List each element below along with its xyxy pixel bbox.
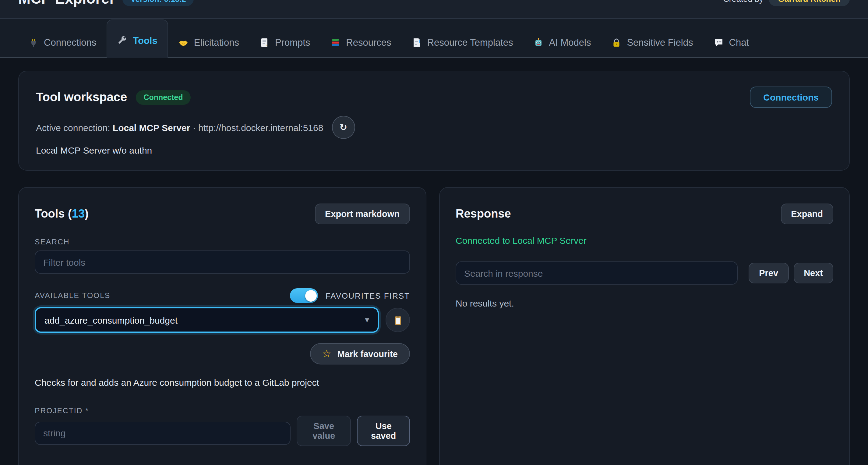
save-value-button[interactable]: Save value [297, 416, 351, 446]
tab-label: Chat [729, 37, 749, 48]
created-by-label: Created by [723, 0, 763, 3]
search-label: SEARCH [35, 238, 410, 246]
response-panel: Response Expand Connected to Local MCP S… [439, 187, 850, 465]
tab-connections[interactable]: Connections [18, 27, 106, 58]
tab-label: Resources [346, 37, 391, 48]
empty-results-text: No results yet. [456, 298, 833, 309]
tab-label: Resource Templates [427, 37, 513, 48]
copy-tool-button[interactable] [385, 308, 410, 332]
tool-description: Checks for and adds an Azure consumption… [35, 377, 410, 387]
count-paren-close: ) [85, 207, 89, 220]
plug-icon [29, 38, 38, 48]
wrench-icon [118, 36, 127, 46]
selected-tool-name: add_azure_consumption_budget [44, 315, 178, 325]
connected-status-badge: Connected [135, 90, 191, 105]
creator-badge: Garrard Kitchen [769, 0, 850, 6]
robot-icon [534, 38, 544, 48]
tab-elicitations[interactable]: Elicitations [168, 27, 249, 58]
books-icon [331, 38, 341, 48]
lock-icon [612, 38, 621, 48]
active-connection-text: Active connection: Local MCP Server · ht… [36, 122, 323, 133]
refresh-icon: ↻ [340, 122, 347, 133]
response-title: Response [456, 207, 511, 221]
active-connection-label: Active connection: [36, 122, 110, 133]
tool-select[interactable]: add_azure_consumption_budget ▼ [35, 307, 379, 333]
memo-icon [260, 38, 270, 48]
handshake-icon [179, 38, 188, 48]
separator-dot: · [193, 122, 196, 133]
clipboard-icon [393, 315, 403, 325]
tools-title: Tools (13) [35, 207, 89, 221]
favourites-first-label: FAVOURITES FIRST [326, 291, 410, 300]
mark-favourite-button[interactable]: ☆ Mark favourite [310, 343, 410, 365]
tools-count: 13 [72, 207, 85, 220]
tab-label: Tools [133, 35, 157, 46]
mark-favourite-label: Mark favourite [337, 349, 398, 359]
tab-label: Sensitive Fields [627, 37, 693, 48]
server-name: Local MCP Server [113, 122, 190, 133]
tab-resources[interactable]: Resources [320, 27, 401, 58]
server-description: Local MCP Server w/o authn [36, 145, 832, 155]
response-search-input[interactable] [456, 261, 738, 285]
tab-label: AI Models [549, 37, 591, 48]
app-root: MCP Explorer Version: 0.15.2 Created by … [0, 0, 868, 465]
chevron-down-icon: ▼ [365, 317, 369, 323]
tab-sensitive-fields[interactable]: Sensitive Fields [601, 27, 703, 58]
version-badge: Version: 0.15.2 [123, 0, 194, 6]
tab-label: Prompts [275, 37, 310, 48]
projectid-input[interactable] [35, 422, 290, 444]
next-button[interactable]: Next [794, 263, 833, 283]
tools-title-text: Tools [35, 207, 65, 220]
star-icon: ☆ [322, 349, 331, 359]
tab-prompts[interactable]: Prompts [249, 27, 320, 58]
export-markdown-button[interactable]: Export markdown [315, 204, 410, 224]
connections-button[interactable]: Connections [750, 87, 832, 108]
favourites-first-toggle[interactable] [290, 288, 318, 303]
tab-chat[interactable]: Chat [704, 27, 760, 58]
tools-panel: Tools (13) Export markdown SEARCH AVAILA… [18, 187, 426, 465]
tab-ai-models[interactable]: AI Models [524, 27, 601, 58]
use-saved-button[interactable]: Use saved [357, 416, 410, 446]
tool-workspace-card: Tool workspace Connected Connections Act… [18, 71, 850, 171]
available-tools-label: AVAILABLE TOOLS [35, 291, 110, 300]
tab-bar: Connections Tools Elicitations Prompts R… [0, 19, 868, 58]
app-title: MCP Explorer [18, 0, 116, 7]
tab-tools[interactable]: Tools [106, 20, 168, 58]
connection-status-text: Connected to Local MCP Server [456, 235, 833, 245]
toggle-knob [305, 290, 317, 301]
refresh-button[interactable]: ↻ [332, 116, 355, 139]
tab-resource-templates[interactable]: Resource Templates [402, 27, 524, 58]
count-paren-open: ( [68, 207, 72, 220]
expand-button[interactable]: Expand [781, 204, 833, 224]
tab-label: Elicitations [194, 37, 239, 48]
app-header: MCP Explorer Version: 0.15.2 Created by … [0, 0, 868, 19]
filter-tools-input[interactable] [35, 251, 410, 273]
server-url: http://host.docker.internal:5168 [198, 122, 323, 133]
speech-balloon-icon [714, 38, 724, 48]
tab-label: Connections [44, 37, 96, 48]
projectid-label: PROJECTID * [35, 406, 410, 415]
bookmark-tabs-icon [412, 38, 422, 48]
prev-button[interactable]: Prev [749, 263, 788, 283]
workspace-title: Tool workspace [36, 90, 127, 104]
